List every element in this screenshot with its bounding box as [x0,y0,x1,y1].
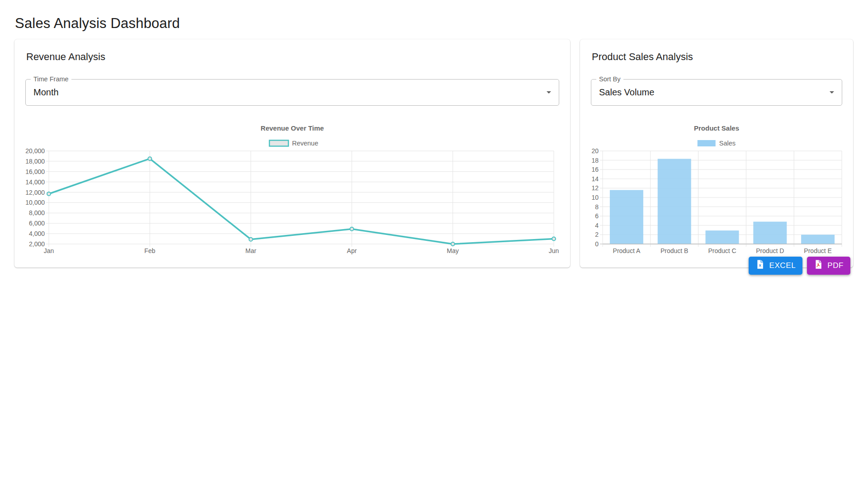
chart-legend[interactable]: Revenue [269,140,318,147]
svg-text:4: 4 [595,221,599,229]
svg-text:Mar: Mar [245,247,256,254]
product-chart-wrap: 02468101214161820Product AProduct BProdu… [591,120,842,258]
revenue-analysis-card: Revenue Analysis Time Frame Month 2,0004… [14,39,570,267]
svg-text:Feb: Feb [144,247,155,254]
svg-text:2,000: 2,000 [29,240,45,248]
dashboard-page: Sales Analysis Dashboard Revenue Analysi… [0,0,868,267]
svg-text:Product C: Product C [708,247,736,254]
time-frame-select[interactable]: Time Frame Month [25,79,559,106]
svg-text:0: 0 [595,240,599,248]
svg-text:x: x [759,263,762,267]
revenue-line-chart-canvas[interactable]: 2,0004,0006,0008,00010,00012,00014,00016… [25,120,559,258]
svg-text:6,000: 6,000 [29,220,45,227]
pdf-file-icon [814,259,823,272]
svg-text:Revenue: Revenue [292,140,318,147]
cards-row: Revenue Analysis Time Frame Month 2,0004… [14,39,854,267]
svg-text:20: 20 [591,147,599,155]
svg-text:16,000: 16,000 [25,168,45,175]
time-frame-select-value: Month [26,87,59,98]
chart-legend[interactable]: Sales [698,140,736,147]
svg-text:20,000: 20,000 [25,147,45,155]
svg-text:4,000: 4,000 [29,230,45,237]
svg-text:6: 6 [595,212,599,220]
svg-text:Product E: Product E [804,247,831,254]
svg-text:2: 2 [595,231,599,238]
time-frame-select-label: Time Frame [31,75,71,84]
svg-text:Product D: Product D [756,247,784,254]
revenue-chart-wrap: 2,0004,0006,0008,00010,00012,00014,00016… [25,120,559,258]
svg-text:10,000: 10,000 [25,199,45,206]
sort-by-select-label: Sort By [596,75,623,84]
pdf-button-label: PDF [827,261,844,270]
svg-text:Revenue Over Time: Revenue Over Time [261,124,324,132]
sort-by-select[interactable]: Sort By Sales Volume [591,79,842,106]
svg-text:Product A: Product A [613,247,641,254]
svg-text:Product Sales: Product Sales [694,124,739,132]
svg-text:Sales: Sales [719,140,736,147]
product-card-title: Product Sales Analysis [592,51,842,63]
chevron-down-icon [543,87,554,98]
svg-text:10: 10 [591,194,599,201]
sales-bar-series [610,159,835,244]
svg-text:14,000: 14,000 [25,178,45,185]
revenue-card-title: Revenue Analysis [26,51,559,63]
excel-button-label: EXCEL [769,261,796,270]
export-buttons: x EXCEL PDF [749,257,850,275]
product-bar-chart-canvas[interactable]: 02468101214161820Product AProduct BProdu… [591,120,842,258]
svg-text:12: 12 [591,184,599,192]
svg-text:May: May [447,247,458,254]
svg-text:Product B: Product B [660,247,688,254]
svg-text:8,000: 8,000 [29,209,45,216]
svg-text:14: 14 [591,175,599,182]
chart-axes: 2,0004,0006,0008,00010,00012,00014,00016… [25,147,559,254]
svg-text:12,000: 12,000 [25,188,45,196]
product-sales-analysis-card: Product Sales Analysis Sort By Sales Vol… [580,39,853,267]
export-pdf-button[interactable]: PDF [807,257,850,275]
revenue-line-series [47,157,556,246]
excel-file-icon: x [755,259,765,272]
svg-text:18: 18 [591,156,599,164]
svg-text:Apr: Apr [347,247,357,254]
svg-text:18,000: 18,000 [25,158,45,165]
svg-text:8: 8 [595,203,599,210]
export-excel-button[interactable]: x EXCEL [749,257,802,275]
svg-text:Jun: Jun [549,247,559,254]
chevron-down-icon [826,87,837,98]
chart-grid [49,151,554,244]
svg-text:Jan: Jan [44,247,54,254]
svg-text:16: 16 [591,166,599,173]
sort-by-select-value: Sales Volume [591,87,654,98]
page-title: Sales Analysis Dashboard [15,15,854,32]
